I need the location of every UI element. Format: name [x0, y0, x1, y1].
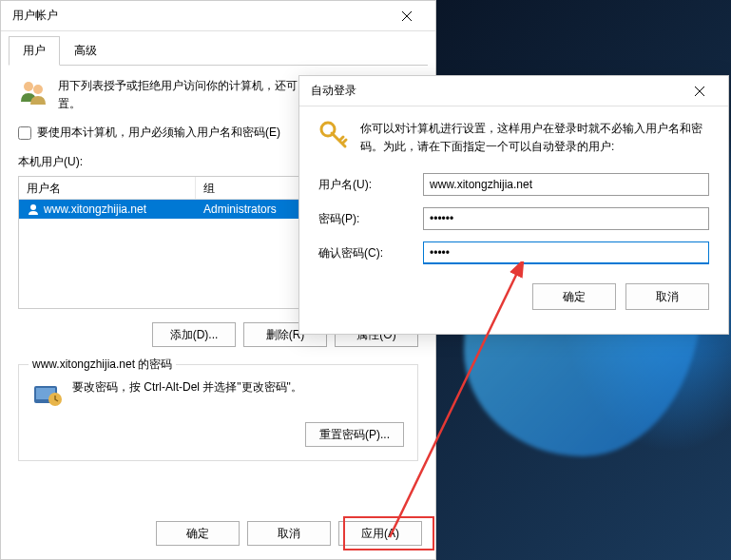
titlebar[interactable]: 用户帐户 — [1, 1, 435, 31]
svg-point-2 — [30, 204, 36, 210]
require-login-checkbox[interactable] — [18, 126, 31, 140]
require-login-label: 要使用本计算机，用户必须输入用户名和密码(E) — [37, 125, 280, 141]
header-username[interactable]: 用户名 — [19, 177, 196, 199]
reset-password-button[interactable]: 重置密码(P)... — [305, 422, 404, 447]
username-input[interactable] — [423, 173, 709, 196]
key-icon — [318, 120, 349, 150]
tab-bar: 用户 高级 — [9, 35, 428, 66]
close-icon — [695, 87, 704, 96]
dialog-description: 你可以对计算机进行设置，这样用户在登录时就不必输入用户名和密码。为此，请在下面指… — [360, 120, 709, 156]
password-input[interactable] — [423, 207, 709, 230]
svg-point-0 — [24, 82, 33, 91]
password-label: 密码(P): — [318, 211, 423, 227]
dialog-bottom-buttons: 确定 取消 应用(A) — [156, 521, 422, 546]
tab-users[interactable]: 用户 — [9, 36, 60, 66]
dialog-cancel-button[interactable]: 取消 — [625, 283, 709, 310]
dialog-close-button[interactable] — [679, 77, 721, 106]
cancel-button[interactable]: 取消 — [247, 521, 331, 546]
password-fieldset: www.xitongzhijia.net 的密码 要改密码，按 Ctrl-Alt… — [18, 364, 418, 461]
dialog-ok-button[interactable]: 确定 — [532, 283, 616, 310]
password-text: 要改密码，按 Ctrl-Alt-Del 并选择"更改密码"。 — [72, 378, 302, 396]
confirm-password-label: 确认密码(C): — [318, 245, 423, 261]
fieldset-legend: www.xitongzhijia.net 的密码 — [29, 357, 176, 373]
ok-button[interactable]: 确定 — [156, 521, 240, 546]
svg-point-1 — [33, 85, 43, 94]
window-title: 用户帐户 — [9, 8, 386, 24]
user-icon — [27, 203, 40, 216]
users-icon — [18, 77, 48, 107]
dialog-titlebar[interactable]: 自动登录 — [299, 76, 728, 106]
confirm-password-input[interactable] — [423, 241, 709, 264]
username-label: 用户名(U): — [318, 177, 423, 193]
dialog-title: 自动登录 — [307, 83, 679, 99]
close-icon — [402, 11, 412, 21]
auto-login-dialog: 自动登录 你可以对计算机进行设置，这样用户在登录时就不必输入用户名和密码。为此，… — [298, 75, 729, 335]
row-username: www.xitongzhijia.net — [44, 203, 146, 216]
dialog-body: 你可以对计算机进行设置，这样用户在登录时就不必输入用户名和密码。为此，请在下面指… — [299, 106, 728, 323]
reset-password-icon — [32, 378, 63, 409]
tab-advanced[interactable]: 高级 — [60, 36, 111, 66]
apply-button[interactable]: 应用(A) — [338, 521, 422, 546]
close-button[interactable] — [386, 2, 428, 30]
add-button[interactable]: 添加(D)... — [152, 322, 236, 347]
